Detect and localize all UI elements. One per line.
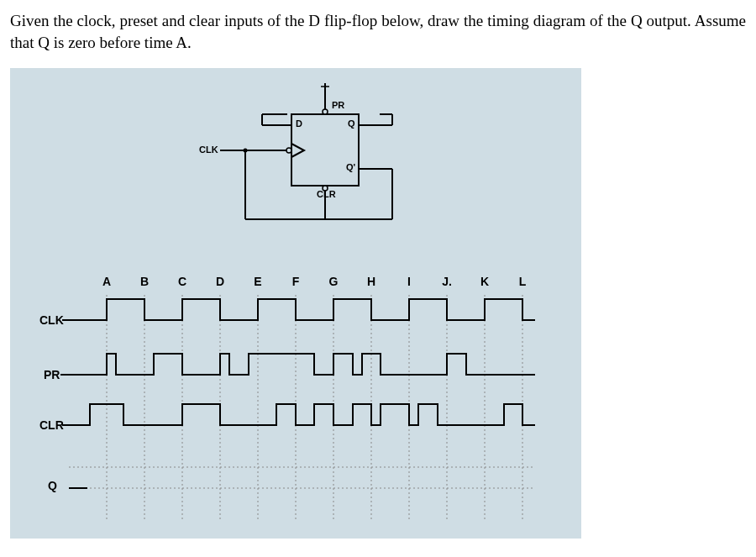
svg-point-2 [323,109,328,114]
svg-point-8 [286,148,291,153]
pin-q-label: Q [348,118,355,129]
time-label: I [407,275,411,288]
figure-panel: PR D Q CLK Q' CLR [10,68,581,539]
question-prompt: Given the clock, preset and clear inputs… [10,10,746,53]
pin-pr-label: PR [332,100,344,110]
time-label: H [367,275,375,288]
sig-clk-label: CLK [39,313,64,327]
time-label: C [178,275,186,288]
pin-d-label: D [296,118,302,129]
time-label: F [292,275,300,288]
sig-pr-label: PR [44,368,60,381]
time-label: G [329,275,339,288]
time-label: B [140,275,149,288]
pin-clr-label: CLR [317,189,336,199]
svg-point-18 [244,149,248,153]
sig-q-label: Q [48,479,57,492]
pin-clk-label: CLK [199,145,218,155]
time-label: K [480,275,489,288]
clk-waveform [69,299,535,320]
flipflop-symbol [10,68,581,270]
timing-diagram [10,270,581,539]
pin-qbar-label: Q' [346,162,355,172]
time-label: A [102,275,111,288]
clr-waveform [69,404,535,425]
time-label: L [519,275,527,288]
pr-waveform [69,354,535,375]
sig-clr-label: CLR [39,418,64,432]
time-label: E [254,275,261,288]
time-label: D [216,275,224,288]
time-label: J. [442,275,452,288]
